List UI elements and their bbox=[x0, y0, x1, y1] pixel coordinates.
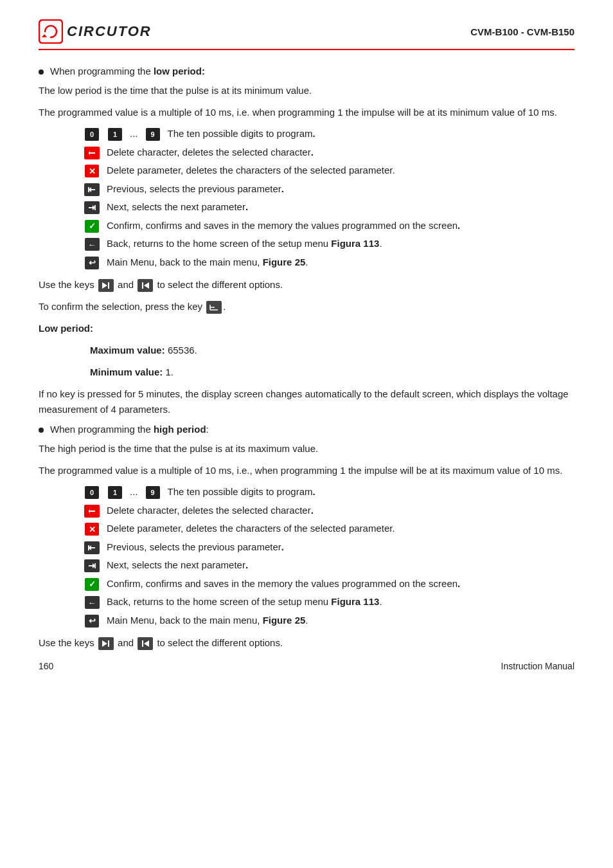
bullet-text: When programming the low period: bbox=[50, 66, 205, 77]
confirm-desc-1: Confirm, confirms and saves in the memor… bbox=[107, 219, 574, 233]
bullet-high-period: When programming the high period: bbox=[39, 424, 574, 435]
key-confirm-1: ✓ bbox=[85, 220, 99, 233]
prev-desc-1: Previous, selects the previous parameter… bbox=[107, 182, 574, 197]
timeout-text: If no key is pressed for 5 minutes, the … bbox=[39, 386, 574, 417]
icons-block-1: 0 1 ... 9 The ten possible digits to pro… bbox=[84, 127, 574, 269]
nav-key-left-1 bbox=[138, 279, 153, 292]
low-period-label: Low period: bbox=[39, 321, 574, 336]
key-9-2: 9 bbox=[146, 486, 160, 499]
icon-row-delparam-2: ✕ Delete parameter, deletes the characte… bbox=[84, 521, 574, 536]
nav-key-right-1 bbox=[98, 279, 114, 292]
icon-row-next-1: Next, selects the next parameter. bbox=[84, 200, 574, 215]
icon-row-mainmenu-1: ↩ Main Menu, back to the main menu, Figu… bbox=[84, 255, 574, 270]
ellipsis-1: ... bbox=[130, 128, 138, 139]
bullet-dot-2 bbox=[39, 428, 44, 433]
header-title: CVM-B100 - CVM-B150 bbox=[470, 26, 574, 37]
nav-key-left-2 bbox=[138, 637, 153, 650]
svg-rect-28 bbox=[142, 640, 143, 647]
confirm-key-inline-1 bbox=[206, 301, 222, 314]
delparam-desc-1: Delete parameter, deletes the characters… bbox=[107, 163, 574, 178]
key-1-2: 1 bbox=[108, 486, 122, 499]
icon-row-delparam-1: ✕ Delete parameter, deletes the characte… bbox=[84, 163, 574, 178]
bullet-low-period: When programming the low period: bbox=[39, 66, 574, 77]
bullet-text-2: When programming the high period: bbox=[50, 424, 209, 435]
back-desc-1: Back, returns to the home screen of the … bbox=[107, 237, 574, 251]
icons-block-2: 0 1 ... 9 The ten possible digits to pro… bbox=[84, 485, 574, 628]
svg-marker-25 bbox=[102, 640, 107, 647]
key-back-2: ← bbox=[85, 596, 100, 609]
mainmenu-desc-2: Main Menu, back to the main menu, Figure… bbox=[107, 613, 574, 628]
svg-marker-1 bbox=[42, 34, 47, 37]
key-delparam-1: ✕ bbox=[85, 165, 99, 177]
icon-row-next-2: Next, selects the next parameter. bbox=[84, 558, 574, 573]
icon-row-digits-2: 0 1 ... 9 The ten possible digits to pro… bbox=[84, 485, 574, 500]
icon-row-confirm-2: ✓ Confirm, confirms and saves in the mem… bbox=[84, 577, 574, 592]
svg-marker-3 bbox=[89, 150, 90, 156]
next-desc-2: Next, selects the next parameter. bbox=[107, 558, 574, 573]
key-prev-2 bbox=[84, 541, 100, 554]
icon-row-back-2: ← Back, returns to the home screen of th… bbox=[84, 595, 574, 610]
svg-marker-27 bbox=[144, 640, 149, 647]
low-period-para1: The low period is the time that the puls… bbox=[39, 83, 574, 98]
key-next-1 bbox=[84, 201, 100, 214]
prev-desc-2: Previous, selects the previous parameter… bbox=[107, 540, 574, 555]
logo-text: CIRCUTOR bbox=[67, 23, 152, 40]
low-period-values: Maximum value: 65536. Minimum value: 1. bbox=[90, 343, 574, 380]
svg-marker-10 bbox=[102, 282, 107, 289]
low-period-para2: The programmed value is a multiple of 10… bbox=[39, 105, 574, 120]
key-mainmenu-1: ↩ bbox=[85, 257, 99, 269]
delchar-desc-2: Delete character, deletes the selected c… bbox=[107, 503, 574, 518]
key-delparam-2: ✕ bbox=[85, 523, 99, 536]
delchar-desc-1: Delete character, deletes the selected c… bbox=[107, 145, 574, 160]
key-prev-1 bbox=[84, 183, 100, 196]
page-footer: 160 Instruction Manual bbox=[0, 661, 613, 671]
key-1: 1 bbox=[108, 128, 122, 141]
page-number: 160 bbox=[39, 661, 53, 671]
key-delchar-2 bbox=[84, 505, 100, 518]
key-back-1: ← bbox=[85, 238, 100, 251]
svg-marker-12 bbox=[144, 282, 149, 289]
svg-rect-13 bbox=[142, 282, 143, 289]
high-period-para1: The high period is the time that the pul… bbox=[39, 441, 574, 457]
icon-row-prev-2: Previous, selects the previous parameter… bbox=[84, 540, 574, 555]
footer-label: Instruction Manual bbox=[501, 661, 574, 671]
digit-desc-1: The ten possible digits to program. bbox=[168, 127, 574, 141]
confirm-line-1: To confirm the selection, press the key … bbox=[39, 299, 574, 314]
icon-row-mainmenu-2: ↩ Main Menu, back to the main menu, Figu… bbox=[84, 613, 574, 628]
logo-icon bbox=[39, 19, 63, 44]
back-desc-2: Back, returns to the home screen of the … bbox=[107, 595, 574, 610]
delparam-desc-2: Delete parameter, deletes the characters… bbox=[107, 521, 574, 536]
bullet-dot bbox=[39, 69, 44, 75]
icon-row-delchar-2: Delete character, deletes the selected c… bbox=[84, 503, 574, 518]
digit-desc-2: The ten possible digits to program. bbox=[168, 485, 574, 500]
svg-marker-18 bbox=[89, 509, 90, 514]
icon-row-prev-1: Previous, selects the previous parameter… bbox=[84, 182, 574, 197]
ellipsis-2: ... bbox=[130, 486, 138, 497]
icon-row-delchar-1: Delete character, deletes the selected c… bbox=[84, 145, 574, 160]
key-0: 0 bbox=[85, 128, 99, 141]
logo: CIRCUTOR bbox=[39, 19, 152, 44]
icon-row-digits-1: 0 1 ... 9 The ten possible digits to pro… bbox=[84, 127, 574, 141]
key-next-2 bbox=[84, 559, 100, 572]
key-0-2: 0 bbox=[85, 486, 99, 499]
confirm-desc-2: Confirm, confirms and saves in the memor… bbox=[107, 577, 574, 592]
icon-row-confirm-1: ✓ Confirm, confirms and saves in the mem… bbox=[84, 219, 574, 233]
nav-key-right-2 bbox=[98, 637, 114, 650]
svg-rect-0 bbox=[39, 20, 62, 43]
key-delchar-1 bbox=[84, 147, 100, 159]
svg-rect-26 bbox=[108, 640, 109, 647]
key-confirm-2: ✓ bbox=[85, 578, 99, 591]
svg-rect-11 bbox=[108, 282, 109, 289]
key-9: 9 bbox=[146, 128, 160, 141]
mainmenu-desc-1: Main Menu, back to the main menu, Figure… bbox=[107, 255, 574, 270]
key-mainmenu-2: ↩ bbox=[85, 615, 99, 628]
nav-line-1: Use the keys and to select the different… bbox=[39, 277, 574, 293]
nav-line-2: Use the keys and to select the different… bbox=[39, 635, 574, 651]
next-desc-1: Next, selects the next parameter. bbox=[107, 200, 574, 215]
icon-row-back-1: ← Back, returns to the home screen of th… bbox=[84, 237, 574, 251]
page-header: CIRCUTOR CVM-B100 - CVM-B150 bbox=[39, 19, 574, 50]
high-period-para2: The programmed value is a multiple of 10… bbox=[39, 463, 574, 478]
